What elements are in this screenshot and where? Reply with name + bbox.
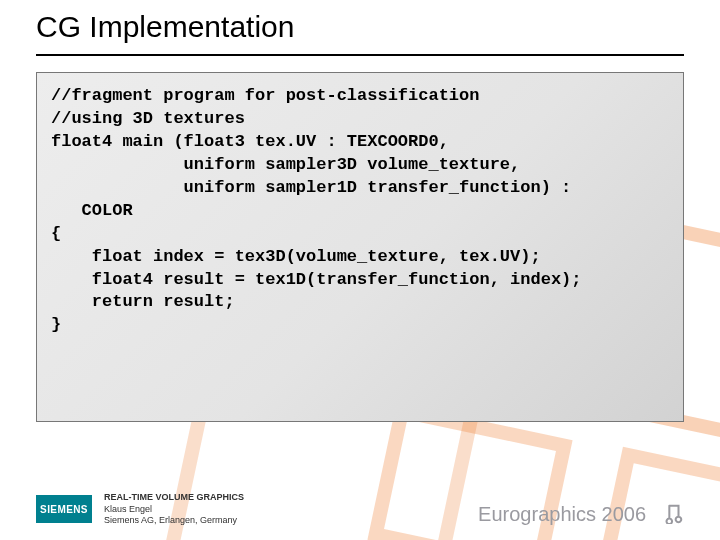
credit-author: Klaus Engel [104, 504, 244, 515]
siemens-logo: SIEMENS [36, 495, 92, 523]
credits: REAL-TIME VOLUME GRAPHICS Klaus Engel Si… [104, 492, 244, 526]
slide: CG Implementation //fragment program for… [0, 0, 720, 540]
footer-right: Eurographics 2006 [478, 502, 684, 526]
conference-label: Eurographics 2006 [478, 503, 646, 526]
footer: SIEMENS REAL-TIME VOLUME GRAPHICS Klaus … [36, 492, 684, 526]
credit-title: REAL-TIME VOLUME GRAPHICS [104, 492, 244, 503]
title-underline [36, 54, 684, 56]
page-title: CG Implementation [36, 10, 294, 44]
music-note-icon [662, 502, 684, 526]
credit-org: Siemens AG, Erlangen, Germany [104, 515, 244, 526]
code-block: //fragment program for post-classificati… [36, 72, 684, 422]
footer-left: SIEMENS REAL-TIME VOLUME GRAPHICS Klaus … [36, 492, 244, 526]
